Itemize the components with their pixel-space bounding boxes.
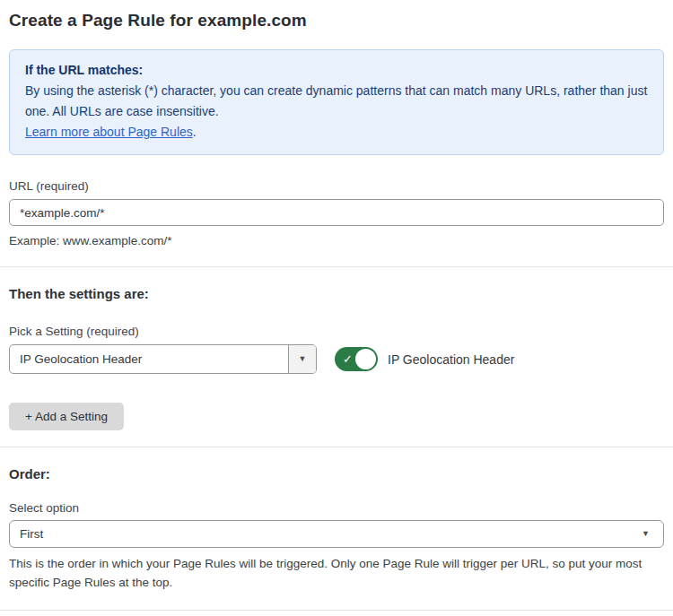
chevron-down-icon: ▼ [299,355,307,363]
order-helper-text: This is the order in which your Page Rul… [9,554,655,592]
info-box-body: By using the asterisk (*) character, you… [25,81,648,122]
url-match-info-box: If the URL matches: By using the asteris… [9,49,664,155]
check-icon: ✓ [343,353,353,365]
url-example-helper: Example: www.example.com/* [9,231,664,250]
toggle-label: IP Geolocation Header [388,352,514,367]
page-title: Create a Page Rule for example.com [9,11,664,30]
divider [0,447,673,447]
setting-row: IP Geolocation Header ▼ ✓ IP Geolocation… [9,344,664,374]
order-dropdown-value: First [20,527,43,541]
order-section-heading: Order: [9,466,664,482]
info-box-heading: If the URL matches: [25,60,648,81]
create-page-rule-form: Create a Page Rule for example.com If th… [0,0,673,616]
url-input[interactable] [9,199,664,226]
divider [0,266,673,267]
order-select-label: Select option [9,501,664,515]
learn-more-link[interactable]: Learn more about Page Rules [25,125,193,139]
url-field-label: URL (required) [9,179,664,193]
setting-dropdown[interactable]: IP Geolocation Header ▼ [9,344,317,374]
order-dropdown[interactable]: First ▼ [9,520,664,548]
add-setting-button[interactable]: + Add a Setting [9,403,124,430]
chevron-down-icon: ▼ [642,530,650,538]
setting-dropdown-value: IP Geolocation Header [10,345,288,373]
ip-geolocation-toggle[interactable]: ✓ [335,347,378,371]
settings-section-heading: Then the settings are: [9,286,664,301]
setting-dropdown-arrow-button[interactable]: ▼ [288,345,316,373]
link-suffix: . [193,125,197,139]
toggle-knob [355,349,376,369]
divider [0,610,673,611]
info-box-link-line: Learn more about Page Rules. [25,122,648,143]
pick-setting-label: Pick a Setting (required) [9,325,664,338]
